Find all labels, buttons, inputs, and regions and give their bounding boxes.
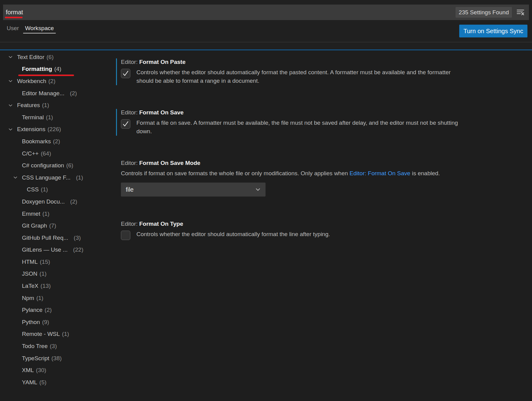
setting-description: Controls if format on save formats the w… [121, 169, 532, 178]
tab-workspace[interactable]: Workspace [25, 25, 54, 41]
chevron-down-icon[interactable] [8, 127, 13, 132]
setting-format-on-save-mode: Editor: Format On Save Mode Controls if … [116, 159, 532, 197]
select-value: file [126, 186, 134, 193]
chevron-down-icon[interactable] [8, 103, 13, 108]
results-count-badge: 235 Settings Found [456, 7, 512, 18]
format-on-save-link[interactable]: Editor: Format On Save [350, 170, 410, 176]
setting-title: Editor: Format On Save Mode [121, 159, 532, 167]
sidebar-item-remote-wsl[interactable]: Remote - WSL (1) [0, 328, 110, 340]
sidebar-item-emmet[interactable]: Emmet (1) [0, 208, 110, 220]
clear-filters-button[interactable] [516, 8, 525, 17]
sidebar-item-yaml[interactable]: YAML (5) [0, 376, 110, 389]
sidebar-item-editor-manage[interactable]: Editor Manage... (2) [0, 87, 110, 99]
sidebar-item-todo-tree[interactable]: Todo Tree (3) [0, 340, 110, 352]
setting-title: Editor: Format On Paste [121, 58, 532, 66]
sidebar-item-pylance[interactable]: Pylance (2) [0, 304, 110, 316]
setting-format-on-type: Editor: Format On Type Controls whether … [116, 220, 532, 240]
annotation-underline-search [5, 17, 23, 18]
sidebar-item-formatting[interactable]: Formatting (4) [0, 63, 110, 75]
sidebar-item-workbench[interactable]: Workbench (2) [0, 75, 110, 87]
setting-title: Editor: Format On Type [121, 220, 532, 228]
setting-description: Controls whether the editor should autom… [136, 68, 459, 85]
chevron-down-icon[interactable] [8, 54, 13, 60]
turn-on-settings-sync-button[interactable]: Turn on Settings Sync [459, 25, 527, 37]
tabs-divider [0, 42, 532, 42]
setting-title: Editor: Format On Save [121, 109, 532, 116]
format-on-save-checkbox[interactable] [121, 119, 130, 129]
setting-format-on-paste: Editor: Format On Paste Controls whether… [116, 58, 532, 85]
search-input[interactable] [3, 5, 456, 20]
format-on-type-checkbox[interactable] [121, 231, 130, 240]
setting-description: Controls whether the editor should autom… [136, 230, 330, 239]
setting-format-on-save: Editor: Format On Save Format a file on … [116, 109, 532, 136]
sidebar-item-terminal[interactable]: Terminal (1) [0, 111, 110, 124]
tab-user[interactable]: User [7, 25, 19, 41]
sidebar-item-typescript[interactable]: TypeScript (38) [0, 352, 110, 364]
checkmark-icon [122, 120, 129, 127]
sidebar-item-xml[interactable]: XML (30) [0, 364, 110, 376]
settings-list: Editor: Format On Paste Controls whether… [110, 51, 532, 401]
settings-header: 235 Settings Found User Workspace Turn o… [0, 0, 532, 51]
sidebar-item-bookmarks[interactable]: Bookmarks (2) [0, 135, 110, 148]
sidebar-item-c-configuration[interactable]: C# configuration (6) [0, 159, 110, 172]
setting-description: Format a file on save. A formatter must … [136, 119, 459, 136]
format-on-paste-checkbox[interactable] [121, 69, 130, 78]
sidebar-item-html[interactable]: HTML (15) [0, 256, 110, 268]
sidebar-item-npm[interactable]: Npm (1) [0, 292, 110, 304]
sidebar-item-text-editor[interactable]: Text Editor (6) [0, 51, 110, 63]
chevron-down-icon[interactable] [13, 175, 18, 180]
sidebar-item-gitlens-use[interactable]: GitLens — Use ... (22) [0, 244, 110, 256]
search-bar[interactable]: 235 Settings Found [3, 5, 529, 20]
chevron-down-icon [255, 187, 261, 192]
sidebar-item-latex[interactable]: LaTeX (13) [0, 280, 110, 292]
settings-toc: Text Editor (6) Formatting (4) Workbench… [0, 51, 110, 401]
clear-filters-icon [516, 8, 525, 17]
format-on-save-mode-select[interactable]: file [121, 183, 266, 197]
header-accent-line [0, 50, 532, 50]
scope-tabs: User Workspace [7, 25, 54, 41]
sidebar-item-c-c[interactable]: C/C++ (64) [0, 148, 110, 160]
sidebar-item-extensions[interactable]: Extensions (226) [0, 124, 110, 136]
sidebar-item-git-graph[interactable]: Git Graph (7) [0, 220, 110, 232]
sidebar-item-css[interactable]: CSS (1) [0, 184, 110, 196]
sidebar-item-doxygen-docu[interactable]: Doxygen Docu... (2) [0, 196, 110, 208]
sidebar-item-python[interactable]: Python (9) [0, 316, 110, 328]
sidebar-item-json[interactable]: JSON (1) [0, 268, 110, 280]
sidebar-item-features[interactable]: Features (1) [0, 99, 110, 111]
checkmark-icon [122, 70, 129, 77]
sidebar-item-github-pull-req[interactable]: GitHub Pull Req... (3) [0, 232, 110, 244]
chevron-down-icon[interactable] [8, 78, 13, 84]
sidebar-item-css-language-f[interactable]: CSS Language F... (1) [0, 172, 110, 184]
